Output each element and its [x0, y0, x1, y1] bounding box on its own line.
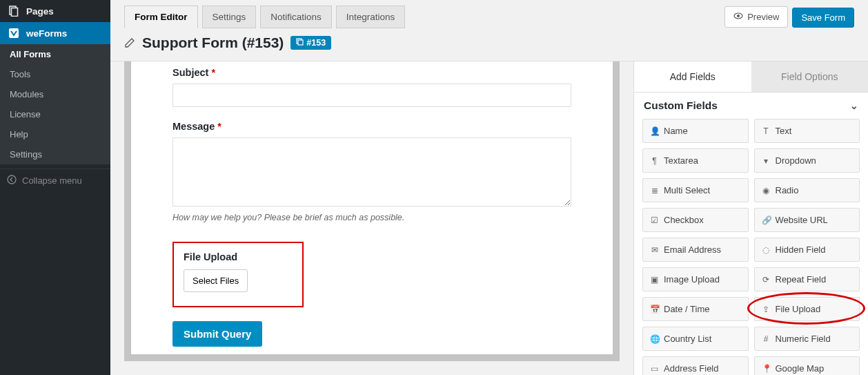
- message-textarea[interactable]: [172, 137, 571, 206]
- image-upload-icon: ▣: [650, 275, 659, 285]
- form-canvas-wrap: Subject * Message * How may we help you?…: [110, 61, 633, 375]
- email-address-icon: ✉: [650, 245, 659, 255]
- address-field-icon: ▭: [650, 364, 659, 374]
- field-type-label: Date / Time: [664, 304, 709, 314]
- repeat-field-icon: ⟳: [762, 275, 771, 285]
- multi-select-icon: ≣: [650, 186, 659, 195]
- field-type-radio[interactable]: ◉Radio: [754, 178, 860, 202]
- message-label: Message *: [172, 121, 571, 132]
- field-type-hidden-field[interactable]: ◌Hidden Field: [754, 238, 860, 262]
- hidden-field-icon: ◌: [762, 245, 771, 255]
- sidebar-subitem-help[interactable]: Help: [0, 124, 110, 144]
- subject-input[interactable]: [172, 84, 571, 107]
- dropdown-icon: ▾: [762, 156, 771, 166]
- sidebar-label: Pages: [26, 6, 54, 17]
- message-help-text: How may we help you? Please be brief as …: [172, 213, 571, 222]
- field-type-label: Multi Select: [664, 185, 710, 195]
- field-type-address-field[interactable]: ▭Address Field: [642, 356, 749, 375]
- tab-form-editor[interactable]: Form Editor: [124, 6, 198, 28]
- numeric-field-icon: #: [762, 334, 771, 344]
- field-type-label: Email Address: [664, 244, 721, 255]
- submit-button[interactable]: Submit Query: [172, 321, 262, 347]
- save-form-button[interactable]: Save Form: [792, 8, 854, 28]
- tab-notifications[interactable]: Notifications: [260, 6, 332, 28]
- svg-point-3: [8, 175, 16, 184]
- chevron-down-icon: [850, 99, 858, 112]
- svg-rect-1: [12, 8, 18, 17]
- field-type-label: Name: [664, 126, 688, 136]
- preview-button[interactable]: Preview: [724, 6, 788, 28]
- field-type-label: Text: [776, 126, 792, 136]
- panel-tab-field-options[interactable]: Field Options: [751, 61, 869, 92]
- page-title: Support Form (#153): [142, 35, 284, 51]
- field-type-date-time[interactable]: 📅Date / Time: [642, 297, 749, 321]
- svg-rect-2: [9, 28, 19, 38]
- subject-label: Subject *: [172, 67, 571, 78]
- textarea-icon: ¶: [650, 156, 659, 166]
- field-type-text[interactable]: TText: [754, 119, 860, 143]
- sidebar-subitem-tools[interactable]: Tools: [0, 64, 110, 84]
- field-type-label: Textarea: [664, 155, 698, 166]
- field-message[interactable]: Message * How may we help you? Please be…: [172, 121, 571, 222]
- sidebar-item-weforms[interactable]: weForms: [0, 22, 110, 44]
- panel-tab-add-fields[interactable]: Add Fields: [634, 61, 751, 92]
- main-area: Form Editor Settings Notifications Integ…: [110, 0, 868, 375]
- field-type-label: Image Upload: [664, 274, 720, 285]
- file-upload-icon: ⇪: [762, 305, 771, 314]
- text-icon: T: [762, 126, 771, 136]
- field-subject[interactable]: Subject *: [172, 67, 571, 107]
- select-files-button[interactable]: Select Files: [184, 269, 248, 292]
- field-type-name[interactable]: 👤Name: [642, 119, 749, 143]
- field-type-email-address[interactable]: ✉Email Address: [642, 238, 749, 262]
- sidebar-submenu: All Forms Tools Modules License Help Set…: [0, 44, 110, 164]
- fields-panel: Add Fields Field Options Custom Fields 👤…: [633, 61, 868, 375]
- field-type-checkbox[interactable]: ☑Checkbox: [642, 208, 749, 232]
- field-type-label: File Upload: [776, 304, 821, 314]
- field-file-upload[interactable]: File Upload Select Files: [172, 242, 304, 307]
- svg-rect-7: [298, 40, 303, 45]
- field-type-label: Numeric Field: [776, 334, 831, 344]
- field-type-label: Dropdown: [776, 155, 816, 166]
- field-type-image-upload[interactable]: ▣Image Upload: [642, 267, 749, 291]
- field-type-country-list[interactable]: 🌐Country List: [642, 327, 749, 351]
- field-type-dropdown[interactable]: ▾Dropdown: [754, 148, 860, 173]
- svg-point-5: [737, 15, 740, 17]
- field-type-label: Checkbox: [664, 215, 704, 225]
- field-type-multi-select[interactable]: ≣Multi Select: [642, 178, 749, 202]
- title-row: Support Form (#153) #153: [110, 28, 868, 61]
- sidebar-subitem-settings[interactable]: Settings: [0, 144, 110, 164]
- collapse-label: Collapse menu: [22, 175, 82, 186]
- field-type-label: Repeat Field: [776, 274, 827, 285]
- tab-integrations[interactable]: Integrations: [336, 6, 406, 28]
- field-type-google-map[interactable]: 📍Google Map: [754, 356, 860, 375]
- weforms-icon: [7, 28, 21, 39]
- checkbox-icon: ☑: [650, 215, 659, 225]
- sidebar-label: weForms: [26, 28, 67, 39]
- sidebar-subitem-modules[interactable]: Modules: [0, 84, 110, 104]
- form-id-badge[interactable]: #153: [290, 36, 331, 50]
- field-type-numeric-field[interactable]: #Numeric Field: [754, 327, 860, 351]
- field-type-file-upload[interactable]: ⇪File Upload: [754, 297, 860, 321]
- pages-icon: [7, 6, 21, 17]
- tabs-row: Form Editor Settings Notifications Integ…: [110, 0, 868, 28]
- edit-title-icon[interactable]: [124, 37, 135, 48]
- field-type-repeat-field[interactable]: ⟳Repeat Field: [754, 267, 860, 291]
- google-map-icon: 📍: [762, 364, 771, 374]
- field-type-label: Website URL: [776, 215, 828, 225]
- field-type-label: Google Map: [776, 363, 825, 374]
- custom-fields-header[interactable]: Custom Fields: [634, 93, 868, 119]
- field-type-label: Radio: [776, 185, 799, 195]
- file-upload-label: File Upload: [184, 251, 293, 262]
- country-list-icon: 🌐: [650, 334, 659, 344]
- field-type-textarea[interactable]: ¶Textarea: [642, 148, 749, 173]
- sidebar-subitem-license[interactable]: License: [0, 104, 110, 124]
- field-type-website-url[interactable]: 🔗Website URL: [754, 208, 860, 232]
- sidebar-subitem-allforms[interactable]: All Forms: [0, 44, 110, 64]
- name-icon: 👤: [650, 126, 659, 136]
- collapse-icon: [7, 175, 17, 186]
- field-type-label: Address Field: [664, 363, 718, 374]
- sidebar-item-pages[interactable]: Pages: [0, 0, 110, 22]
- collapse-menu[interactable]: Collapse menu: [0, 169, 110, 192]
- date-time-icon: 📅: [650, 305, 659, 314]
- tab-settings[interactable]: Settings: [202, 6, 257, 28]
